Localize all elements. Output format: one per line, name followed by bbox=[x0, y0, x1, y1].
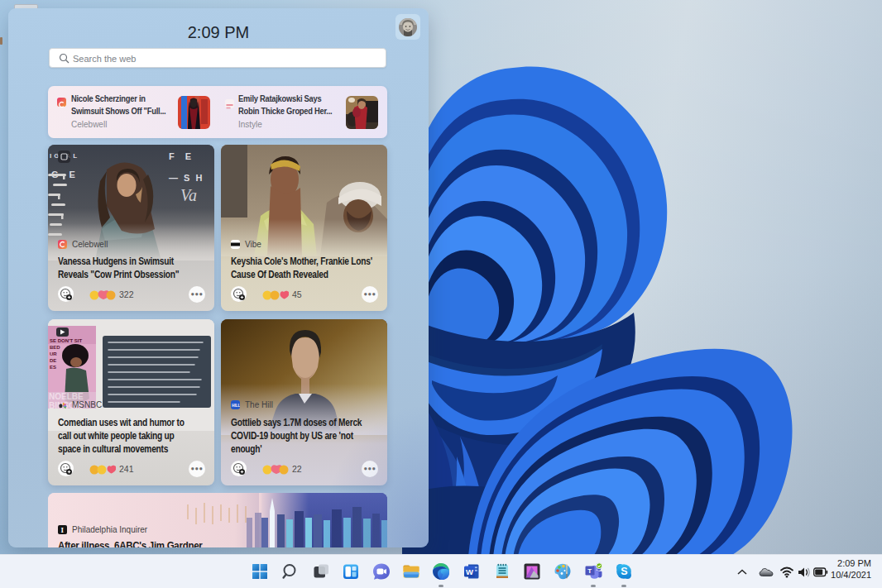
svg-text:DE: DE bbox=[50, 358, 56, 363]
svg-text:S: S bbox=[621, 566, 627, 577]
svg-text:F E: F E bbox=[169, 151, 195, 161]
svg-text:SE DON'T SIT: SE DON'T SIT bbox=[50, 338, 82, 343]
svg-text:W: W bbox=[466, 567, 473, 576]
svg-text:BED: BED bbox=[50, 345, 60, 350]
svg-text:HILL: HILL bbox=[232, 404, 240, 408]
svg-text:ES: ES bbox=[50, 365, 56, 370]
svg-text:— S H: — S H bbox=[169, 173, 204, 183]
svg-text:Va: Va bbox=[180, 186, 197, 204]
svg-text:I: I bbox=[60, 526, 64, 534]
svg-text:UR: UR bbox=[50, 351, 57, 356]
svg-text:T: T bbox=[587, 567, 592, 575]
